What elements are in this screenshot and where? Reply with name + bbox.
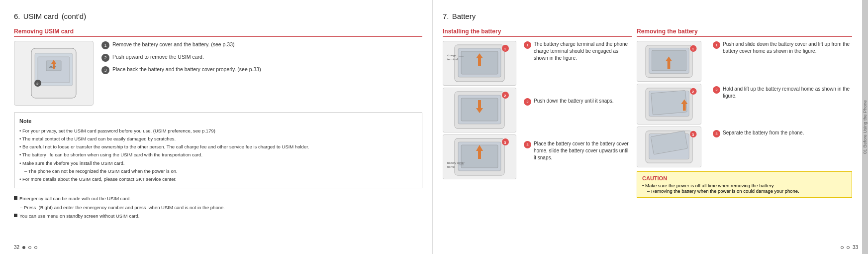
usim-step-3: 3 Place back the battery and the battery… [101, 66, 422, 74]
install-svg-2: 2 [445, 89, 514, 131]
install-step-1-text: The battery charge terminal and the phon… [534, 41, 632, 62]
install-circle-3: 3 [524, 141, 531, 148]
usim-step-1: 1 Remove the battery cover and the batte… [101, 41, 422, 49]
chapter-name: USIM card [23, 12, 59, 20]
chapter-title-left: 6. USIM card (cont'd) [14, 9, 422, 22]
remove-step-2-text: Hold and lift up the battery removal hom… [723, 86, 852, 100]
installing-label: Installing the battery [443, 28, 501, 35]
info-text-2: – Press (Right) and enter the emergency … [20, 204, 225, 211]
info-row-1: Emergency call can be made with out the … [14, 195, 422, 202]
remove-step-3: 3 Separate the battery from the phone. [713, 129, 852, 137]
svg-text:3: 3 [504, 140, 506, 145]
info-text-3: You can use menu on standby screen witho… [19, 213, 140, 220]
install-circle-2: 2 [524, 98, 531, 106]
right-page: 7. Battery Installing the battery [433, 0, 868, 254]
battery-two-col: Installing the battery [443, 28, 852, 198]
chapter-subtitle: (cont'd) [62, 12, 87, 20]
remove-circle-1: 1 [713, 41, 720, 49]
note-item-1: • For your privacy, set the USIM card pa… [19, 127, 417, 134]
svg-text:2: 2 [692, 90, 694, 94]
svg-text:2: 2 [504, 94, 506, 98]
dot-empty [28, 246, 31, 249]
chapter-7-name: Battery [452, 12, 476, 20]
install-step-3-text: Place the battery cover to the battery c… [534, 140, 632, 161]
install-img-3: battery cover home 3 [443, 134, 516, 179]
note-box: Note • For your privacy, set the USIM ca… [14, 113, 422, 188]
page-num-right-text: 33 [853, 245, 858, 250]
remove-svg-2: 2 [637, 85, 701, 123]
caution-box: CAUTION • Make sure the power is off all… [637, 171, 852, 198]
info-row-2: – Press (Right) and enter the emergency … [14, 204, 422, 211]
note-item-6: – The phone can not be recognized the US… [19, 168, 417, 175]
remove-step-1: 1 Push and slide down the battery cover … [713, 41, 852, 55]
svg-text:2: 2 [36, 82, 39, 86]
install-circle-1: 1 [524, 41, 531, 49]
removing-label: Removing the battery [637, 28, 698, 35]
install-step-2: 2 Push down the battery until it snaps. [524, 98, 632, 106]
installing-images: charge terminal 1 [443, 41, 520, 179]
svg-text:1: 1 [504, 47, 506, 51]
install-svg-3: battery cover home 3 [445, 136, 514, 178]
svg-text:1: 1 [692, 47, 694, 51]
step-num-3: 3 [101, 66, 109, 74]
dot-empty-r2 [847, 246, 850, 249]
install-step-2-text: Push down the battery until it snaps. [534, 98, 614, 105]
usim-content-area: USIM 2 1 Remove the battery cover and th… [14, 41, 422, 106]
removing-content: 1 [637, 41, 852, 167]
remove-img-1: 1 [637, 41, 701, 82]
svg-text:3: 3 [692, 132, 694, 137]
right-sidebar: 01 Before Using the Phone [862, 0, 868, 254]
chapter-number: 6. [14, 12, 20, 20]
install-img-1: charge terminal 1 [443, 41, 516, 86]
svg-text:charge: charge [447, 54, 457, 57]
removing-col: Removing the battery [637, 28, 852, 198]
page-number-left: 32 [14, 245, 37, 250]
removing-images: 1 [637, 41, 709, 167]
page-num-text: 32 [14, 245, 19, 250]
page-number-right: 33 [841, 245, 858, 250]
remove-img-3: 3 [637, 127, 701, 167]
note-item-3: • Be careful not to loose or transfer th… [19, 143, 417, 150]
remove-svg-1: 1 [637, 42, 701, 80]
note-item-2: • The metal contact of the USIM card can… [19, 135, 417, 142]
sidebar-label: 01 Before Using the Phone [863, 100, 868, 154]
usim-steps: 1 Remove the battery cover and the batte… [101, 41, 422, 106]
remove-step-3-text: Separate the battery from the phone. [723, 129, 804, 136]
step-num-1: 1 [101, 41, 109, 49]
section-title-usim: Removing USIM card [14, 28, 422, 37]
svg-text:battery cover: battery cover [447, 161, 465, 164]
usim-phone-image: USIM 2 [14, 41, 94, 106]
step-1-text: Remove the battery cover and the battery… [112, 41, 235, 48]
note-item-7: • For more details about the USIM card, … [19, 176, 417, 183]
dot-filled [22, 246, 25, 249]
chapter-title-right: 7. Battery [443, 9, 852, 22]
chapter-7-num: 7. [443, 12, 449, 20]
installing-section-title: Installing the battery [443, 28, 632, 37]
dot-empty-2 [34, 246, 37, 249]
left-page: 6. USIM card (cont'd) Removing USIM card… [0, 0, 433, 254]
info-row-3: You can use menu on standby screen witho… [14, 213, 422, 220]
installing-content: charge terminal 1 [443, 41, 632, 179]
svg-rect-40 [651, 90, 687, 115]
info-section: Emergency call can be made with out the … [14, 195, 422, 220]
info-text-1: Emergency call can be made with out the … [19, 195, 131, 202]
step-2-text: Push upward to remove the USIM card. [112, 53, 204, 61]
install-img-2: 2 [443, 88, 516, 132]
remove-circle-3: 3 [713, 130, 720, 137]
phone-svg: USIM 2 [19, 46, 89, 101]
remove-step-1-text: Push and slide down the battery cover an… [723, 41, 852, 55]
caution-item-2: – Removing the battery when the power is… [642, 188, 847, 194]
remove-circle-2: 2 [713, 86, 720, 94]
caution-item-1: • Make sure the power is off all time wh… [642, 183, 847, 188]
remove-step-2: 2 Hold and lift up the battery removal h… [713, 86, 852, 100]
removing-section-title: Removing the battery [637, 28, 852, 37]
step-3-text: Place back the battery and the battery c… [112, 66, 261, 73]
section-label: Removing USIM card [14, 28, 74, 35]
install-step-3: 3 Place the battery cover to the battery… [524, 140, 632, 161]
remove-img-2: 2 [637, 84, 701, 125]
caution-title: CAUTION [642, 175, 847, 181]
right-content: 7. Battery Installing the battery [443, 9, 858, 249]
step-num-2: 2 [101, 54, 109, 62]
installing-col: Installing the battery [443, 28, 632, 198]
usim-step-2: 2 Push upward to remove the USIM card. [101, 53, 422, 62]
